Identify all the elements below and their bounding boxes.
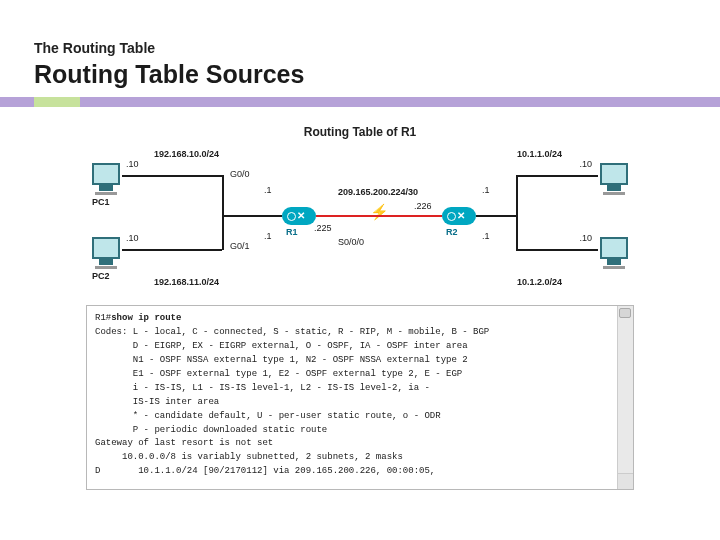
link: [122, 175, 222, 177]
iface-r1-g00-ip: .1: [264, 185, 272, 195]
pc2-addr: .10: [126, 233, 139, 243]
iface-r2-s-ip: .226: [414, 201, 432, 211]
scroll-up-button[interactable]: [619, 308, 631, 318]
serial-link: [316, 215, 442, 217]
resize-grip[interactable]: [617, 473, 633, 489]
scrollbar[interactable]: [617, 306, 633, 489]
diagram-title: Routing Table of R1: [86, 125, 634, 139]
accent-bar: [0, 97, 720, 107]
terminal-line: Codes: L - local, C - connected, S - sta…: [95, 326, 625, 340]
terminal-line: E1 - OSPF external type 1, E2 - OSPF ext…: [95, 368, 625, 382]
pc3-addr: .10: [579, 159, 592, 169]
terminal-line: N1 - OSPF NSSA external type 1, N2 - OSP…: [95, 354, 625, 368]
router-r1-label: R1: [286, 227, 298, 237]
link: [476, 215, 516, 217]
host-pc1: [92, 163, 120, 195]
link: [122, 249, 222, 251]
network-label-3: 10.1.1.0/24: [517, 149, 562, 159]
network-label-1: 192.168.10.0/24: [154, 149, 219, 159]
terminal-window: R1#show ip route Codes: L - local, C - c…: [86, 305, 634, 490]
iface-r2-g01-ip: .1: [482, 231, 490, 241]
terminal-line: * - candidate default, U - per-user stat…: [95, 410, 625, 424]
terminal-line: IS-IS inter area: [95, 396, 625, 410]
host-pc3: [600, 163, 628, 195]
router-r2-label: R2: [446, 227, 458, 237]
terminal-line: Gateway of last resort is not set: [95, 437, 625, 451]
router-r1-icon: ✕: [282, 207, 316, 225]
iface-r1-g01-ip: .1: [264, 231, 272, 241]
link: [222, 215, 282, 217]
slide-title: Routing Table Sources: [34, 60, 686, 89]
host-pc2-label: PC2: [92, 271, 110, 281]
network-label-2: 192.168.11.0/24: [154, 277, 219, 287]
terminal-command-line: R1#show ip route: [95, 312, 625, 326]
link: [222, 217, 224, 250]
iface-r1-s: S0/0/0: [338, 237, 364, 247]
iface-r1-g00: G0/0: [230, 169, 250, 179]
network-diagram: PC1 .10 PC2 .10 .10 .10 192.168.10.0/24 …: [86, 145, 634, 293]
pc1-addr: .10: [126, 159, 139, 169]
terminal-prompt: R1#: [95, 313, 111, 323]
serial-zigzag-icon: ⚡: [370, 205, 389, 220]
router-r2-icon: ✕: [442, 207, 476, 225]
link: [516, 175, 598, 177]
terminal-line: D 10.1.1.0/24 [90/2170112] via 209.165.2…: [95, 465, 625, 479]
iface-r2-g00-ip: .1: [482, 185, 490, 195]
network-label-wan: 209.165.200.224/30: [338, 187, 418, 197]
network-label-4: 10.1.2.0/24: [517, 277, 562, 287]
link: [222, 175, 224, 215]
iface-r1-g01: G0/1: [230, 241, 250, 251]
iface-r1-s-ip: .225: [314, 223, 332, 233]
pc4-addr: .10: [579, 233, 592, 243]
terminal-line: 10.0.0.0/8 is variably subnetted, 2 subn…: [95, 451, 625, 465]
host-pc4: [600, 237, 628, 269]
host-pc2: [92, 237, 120, 269]
terminal-line: D - EIGRP, EX - EIGRP external, O - OSPF…: [95, 340, 625, 354]
terminal-line: P - periodic downloaded static route: [95, 424, 625, 438]
link: [516, 249, 598, 251]
terminal-line: i - IS-IS, L1 - IS-IS level-1, L2 - IS-I…: [95, 382, 625, 396]
slide-kicker: The Routing Table: [34, 40, 686, 56]
terminal-command: show ip route: [111, 313, 181, 323]
host-pc1-label: PC1: [92, 197, 110, 207]
link: [516, 175, 518, 250]
